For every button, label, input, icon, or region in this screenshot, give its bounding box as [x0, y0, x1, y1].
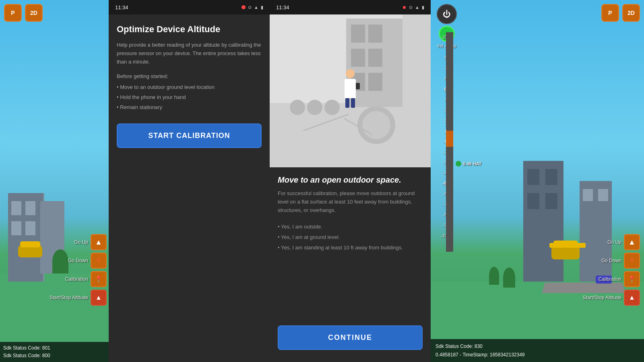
arrow-down-icon: ▼ — [95, 257, 102, 265]
window1 — [351, 25, 365, 43]
go-up-button[interactable]: ▲ — [91, 234, 107, 250]
alt-neg6: -6 — [433, 189, 447, 200]
left-status-bar: Sdk Status Code: 801 Sdk Status Code: 80… — [0, 342, 109, 362]
iso-shrubs — [290, 100, 340, 115]
shrub2 — [307, 100, 322, 115]
phone-status-bar-left: 11:34 ⊙ ▲ ▮ — [109, 0, 270, 14]
left-status-line2: Sdk Status Code: 800 — [3, 352, 105, 360]
start-calibration-button[interactable]: START CALIBRATION — [117, 123, 262, 148]
alt-5: 5 — [433, 84, 447, 95]
right-calibration-row: Calibration 📍 — [583, 271, 640, 287]
alt-1: 1 — [433, 126, 447, 137]
right-go-down-label: Go Down — [601, 258, 621, 263]
go-down-button[interactable]: ▼ — [91, 253, 107, 269]
alt-bar-orange-band — [446, 131, 453, 147]
right-start-stop-button[interactable]: ▲ — [624, 290, 640, 306]
status-icons-left: ⊙ ▲ ▮ — [242, 5, 263, 10]
power-button[interactable]: ⏻ — [437, 4, 457, 24]
p-button-right[interactable]: P — [601, 4, 619, 22]
arrow-up-icon: ▲ — [95, 238, 102, 247]
calibration-button-left[interactable]: 📍 — [91, 271, 107, 287]
continue-button[interactable]: CONTINUE — [278, 325, 423, 350]
right-go-down-row: Go Down ▼ — [583, 253, 640, 269]
alt-neg9: -9 — [433, 220, 447, 231]
p-button[interactable]: P — [4, 4, 22, 22]
right-start-stop-label: Start/Stop Altitude — [583, 295, 621, 300]
go-down-row: Go Down ▼ — [50, 253, 107, 269]
left-overlay: P 2D Go Up ▲ Go Down ▼ Calibration 📍 — [0, 0, 109, 362]
phone-prop — [356, 83, 360, 89]
before-start-label: Before getting started: — [117, 73, 262, 79]
right-top-right-buttons: P 2D — [601, 4, 640, 22]
bullet-2: • Hold the phone in your hand — [117, 93, 262, 103]
start-stop-label: Start/Stop Altitude — [50, 295, 88, 300]
go-up-row: Go Up ▲ — [50, 234, 107, 250]
calibration-label: Calibration — [65, 276, 88, 282]
battery-icon-r: ▮ — [422, 5, 424, 10]
start-stop-icon: ▲ — [95, 294, 102, 301]
window4 — [368, 49, 382, 67]
time-left: 11:34 — [115, 4, 128, 10]
alt-neg3: -3 — [433, 158, 447, 168]
outdoor-content: Move to an open outdoor space. For succe… — [270, 167, 431, 362]
right-game-panel: ⏻ Init - Stop P 2D 10 9 8 7 6 5 4 3 2 1 … — [431, 0, 644, 362]
outdoor-bullet-2: • Yes, I am at ground level. — [278, 232, 423, 243]
shrub1 — [290, 100, 305, 115]
right-go-up-row: Go Up ▲ — [583, 234, 640, 250]
leg-right — [351, 98, 355, 108]
hat-value: 0.49 HAT — [463, 161, 481, 166]
iso-building-tall — [402, 14, 431, 115]
window2 — [368, 25, 382, 43]
wifi-icon: ▲ — [254, 5, 258, 10]
left-controls: Go Up ▲ Go Down ▼ Calibration 📍 Start/St… — [50, 234, 107, 306]
alt-8: 8 — [433, 53, 447, 64]
right-go-down-button[interactable]: ▼ — [624, 253, 640, 269]
alt-7: 7 — [433, 64, 447, 74]
bullet-1: • Move to an outdoor ground level locati… — [117, 82, 262, 93]
right-calibration-label: Calibration — [599, 276, 621, 282]
alt-2: 2 — [433, 116, 447, 126]
right-status-line2: 0.4858187 - TimeStamp: 1658342132349 — [436, 351, 639, 359]
outdoor-bullets: • Yes, I am outside. • Yes, I am at grou… — [278, 222, 423, 317]
left-game-panel: P 2D Go Up ▲ Go Down ▼ Calibration 📍 — [0, 0, 109, 362]
right-arrow-up-icon: ▲ — [628, 238, 636, 247]
status-icons-right: ⏺ ⊙ ▲ ▮ — [402, 5, 424, 10]
person-head — [346, 69, 355, 78]
bullet-list-left: • Move to an outdoor ground level locati… — [117, 82, 262, 112]
person-legs — [345, 98, 356, 108]
hat-indicator: 0.49 HAT — [456, 161, 481, 167]
start-stop-button-left[interactable]: ▲ — [91, 290, 107, 306]
right-calibration-icon: 📍 — [628, 276, 636, 283]
right-calibration-button[interactable]: 📍 — [624, 271, 640, 287]
right-go-up-button[interactable]: ▲ — [624, 234, 640, 250]
alt-4: 4 — [433, 95, 447, 105]
outdoor-description: For successful calibration, please move … — [278, 189, 423, 214]
optimize-altitude-panel: 11:34 ⊙ ▲ ▮ Optimize Device Altitude Hel… — [109, 0, 270, 362]
2d-button[interactable]: 2D — [25, 4, 43, 22]
outdoor-bullet-3: • Yes, I am standing at least 10 ft away… — [278, 243, 423, 253]
alt-neg7: -7 — [433, 200, 447, 210]
iso-circle — [362, 111, 390, 139]
leg-left — [345, 98, 349, 108]
hat-dot — [456, 161, 461, 167]
2d-button-right[interactable]: 2D — [622, 4, 640, 22]
left-status-line1: Sdk Status Code: 801 — [3, 344, 105, 352]
alt-neg1: -1 — [433, 137, 447, 147]
alt-bar-bg — [446, 32, 453, 252]
window3 — [351, 49, 365, 67]
start-stop-row: Start/Stop Altitude ▲ — [50, 290, 107, 306]
alt-6: 6 — [433, 74, 447, 84]
alt-10: 10 — [433, 32, 447, 43]
alt-neg4: -4 — [433, 168, 447, 179]
window6 — [368, 73, 382, 91]
calibration-icon: 📍 — [95, 276, 103, 283]
location-icon-r: ⊙ — [409, 5, 413, 10]
alt-3: 3 — [433, 105, 447, 116]
iso-person — [345, 69, 356, 108]
right-status-bar: Sdk Status Code: 830 0.4858187 - TimeSta… — [431, 339, 644, 362]
optimize-description: Help provide a better reading of your al… — [117, 41, 262, 66]
recording-dot — [242, 5, 246, 9]
right-arrow-down-icon: ▼ — [628, 257, 636, 265]
power-icon: ⏻ — [443, 10, 451, 19]
alt-neg5: -5 — [433, 179, 447, 189]
